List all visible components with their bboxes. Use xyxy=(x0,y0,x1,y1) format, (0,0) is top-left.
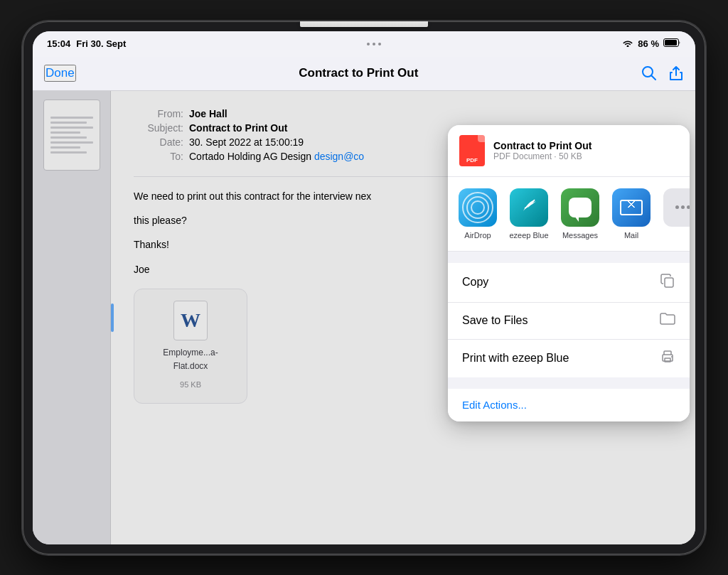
print-ezeep-action[interactable]: Print with ezeep Blue xyxy=(448,340,690,377)
mail-envelope-icon xyxy=(620,200,643,215)
divider-bottom xyxy=(448,383,690,389)
svg-rect-3 xyxy=(665,278,673,287)
divider-top xyxy=(448,252,690,257)
messages-icon xyxy=(561,188,599,227)
status-time: 15:04 xyxy=(47,38,70,49)
share-app-mail[interactable]: Mail xyxy=(610,188,653,240)
edit-actions-section: Edit Actions... xyxy=(448,389,690,421)
copy-label: Copy xyxy=(462,276,488,289)
dot-2 xyxy=(373,43,375,45)
edit-actions-label: Edit Actions... xyxy=(462,399,527,411)
printer-icon xyxy=(660,350,675,367)
airdrop-label: AirDrop xyxy=(464,231,491,240)
share-file-type: PDF Document · 50 KB xyxy=(493,151,592,161)
share-app-ezeep[interactable]: ezeep Blue xyxy=(508,188,550,240)
ezeep-bird-icon xyxy=(518,194,540,221)
status-bar: 15:04 Fri 30. Sept 86 % xyxy=(33,31,695,57)
ezeep-label: ezeep Blue xyxy=(509,231,548,240)
ipad-frame: 15:04 Fri 30. Sept 86 % xyxy=(23,21,705,554)
more-dots-icon xyxy=(675,205,690,209)
done-button[interactable]: Done xyxy=(44,65,76,82)
nav-title: Contract to Print Out xyxy=(299,66,418,80)
nav-bar: Done Contract to Print Out xyxy=(33,57,695,91)
save-to-files-action[interactable]: Save to Files xyxy=(448,303,690,340)
wifi-icon xyxy=(622,38,633,49)
search-icon xyxy=(641,65,657,81)
status-center-dots xyxy=(367,43,381,45)
messages-bubble-icon xyxy=(569,198,592,217)
ipad-screen: 15:04 Fri 30. Sept 86 % xyxy=(33,31,695,544)
status-right: 86 % xyxy=(622,38,681,49)
svg-rect-5 xyxy=(665,358,670,362)
share-button[interactable] xyxy=(668,65,684,81)
status-date: Fri 30. Sept xyxy=(76,38,126,49)
ezeep-icon xyxy=(510,188,548,227)
edit-actions-button[interactable]: Edit Actions... xyxy=(448,389,690,421)
messages-label: Messages xyxy=(562,231,598,240)
pdf-icon: PDF xyxy=(459,135,485,166)
airdrop-icon xyxy=(459,188,497,227)
search-button[interactable] xyxy=(641,65,657,81)
main-content: From: Joe Hall Subject: Contract to Prin… xyxy=(33,91,695,544)
svg-point-6 xyxy=(671,356,673,358)
dot-3 xyxy=(378,43,381,45)
share-apps-row: AirDrop xyxy=(448,177,690,252)
share-file-header: PDF Contract to Print Out PDF Document ·… xyxy=(448,125,690,177)
svg-rect-1 xyxy=(665,40,677,45)
share-icon xyxy=(668,65,684,81)
copy-icon xyxy=(660,273,675,292)
share-actions: Copy Save to Files xyxy=(448,263,690,377)
nav-actions xyxy=(641,65,684,81)
share-app-airdrop[interactable]: AirDrop xyxy=(456,188,499,240)
airdrop-circles xyxy=(459,188,497,227)
share-sheet: PDF Contract to Print Out PDF Document ·… xyxy=(448,125,690,421)
mail-icon xyxy=(612,188,651,227)
folder-icon xyxy=(660,313,675,329)
more-icon xyxy=(663,188,690,227)
mail-label: Mail xyxy=(624,231,638,240)
share-app-more[interactable] xyxy=(661,188,690,240)
pdf-label: PDF xyxy=(466,157,478,163)
share-app-messages[interactable]: Messages xyxy=(559,188,601,240)
copy-action[interactable]: Copy xyxy=(448,263,690,303)
dot-1 xyxy=(367,43,370,45)
battery-icon xyxy=(663,38,681,49)
share-sheet-overlay[interactable]: PDF Contract to Print Out PDF Document ·… xyxy=(33,91,695,544)
share-file-name: Contract to Print Out xyxy=(493,140,592,151)
apple-pencil xyxy=(300,21,428,27)
share-file-info: Contract to Print Out PDF Document · 50 … xyxy=(493,140,592,161)
print-ezeep-label: Print with ezeep Blue xyxy=(462,352,569,365)
battery-percentage: 86 % xyxy=(638,38,659,49)
save-to-files-label: Save to Files xyxy=(462,314,528,327)
